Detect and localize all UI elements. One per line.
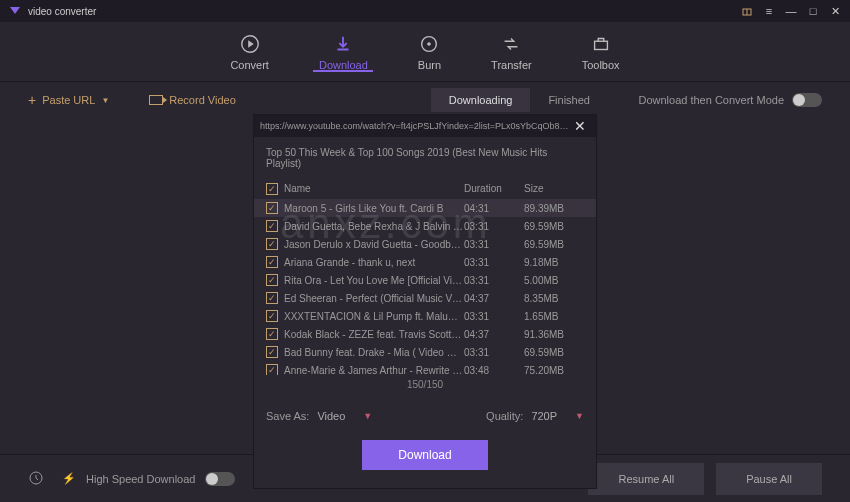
row-name: Anne-Marie & James Arthur - Rewrite The … [284,365,464,376]
row-size: 89.39MB [524,203,584,214]
save-as-value: Video [317,410,345,422]
list-item[interactable]: ✓ Ed Sheeran - Perfect (Official Music V… [254,289,596,307]
row-checkbox[interactable]: ✓ [266,328,278,340]
row-size: 69.59MB [524,239,584,250]
row-size: 75.20MB [524,365,584,376]
list-item[interactable]: ✓ Jason Derulo x David Guetta - Goodbye … [254,235,596,253]
quality-label: Quality: [486,410,523,422]
convert-icon [239,33,261,55]
row-name: Kodak Black - ZEZE feat. Travis Scott & … [284,329,464,340]
pause-all-button[interactable]: Pause All [716,463,822,495]
list-item[interactable]: ✓ Maroon 5 - Girls Like You ft. Cardi B … [254,199,596,217]
list-item[interactable]: ✓ Rita Ora - Let You Love Me [Official V… [254,271,596,289]
convert-mode-toggle[interactable] [792,93,822,107]
tab-finished[interactable]: Finished [530,88,608,112]
header-check[interactable]: ✓ [266,183,284,195]
row-checkbox[interactable]: ✓ [266,256,278,268]
hsd-toggle[interactable] [205,472,235,486]
clock-icon[interactable] [28,470,44,488]
paste-url-label: Paste URL [42,94,95,106]
row-duration: 04:31 [464,203,524,214]
row-duration: 03:48 [464,365,524,376]
list-body[interactable]: ✓ Maroon 5 - Girls Like You ft. Cardi B … [254,199,596,375]
playlist-title: Top 50 This Week & Top 100 Songs 2019 (B… [254,137,596,179]
camera-icon [149,95,163,105]
row-duration: 03:31 [464,347,524,358]
modal-close-button[interactable]: ✕ [570,118,590,134]
list-item[interactable]: ✓ Kodak Black - ZEZE feat. Travis Scott … [254,325,596,343]
row-checkbox[interactable]: ✓ [266,310,278,322]
nav-label: Download [319,59,368,71]
chevron-down-icon: ▼ [101,96,109,105]
nav-download[interactable]: Download [319,33,368,71]
row-size: 1.65MB [524,311,584,322]
resume-all-button[interactable]: Resume All [588,463,704,495]
record-video-button[interactable]: Record Video [149,94,235,106]
bolt-icon: ⚡ [62,472,76,485]
header-name: Name [284,183,464,195]
row-duration: 03:31 [464,221,524,232]
record-video-label: Record Video [169,94,235,106]
row-checkbox[interactable]: ✓ [266,220,278,232]
list-header: ✓ Name Duration Size [254,179,596,199]
action-bar: + Paste URL ▼ Record Video Downloading F… [0,82,850,118]
list-item[interactable]: ✓ Bad Bunny feat. Drake - Mia ( Video Of… [254,343,596,361]
titlebar: video converter ≡ — □ ✕ [0,0,850,22]
row-duration: 04:37 [464,293,524,304]
convert-mode-toggle-group: Download then Convert Mode [638,93,822,107]
row-name: XXXTENTACION & Lil Pump ft. Maluma & Swa… [284,311,464,322]
nav-transfer[interactable]: Transfer [491,33,532,71]
row-checkbox[interactable]: ✓ [266,274,278,286]
nav-convert[interactable]: Convert [230,33,269,71]
row-name: David Guetta, Bebe Rexha & J Balvin - Sa… [284,221,464,232]
row-checkbox[interactable]: ✓ [266,346,278,358]
save-as-dropdown[interactable]: Video ▼ [317,410,372,422]
maximize-icon[interactable]: □ [806,4,820,18]
download-modal: https://www.youtube.com/watch?v=ft4jcPSL… [253,114,597,489]
row-duration: 03:31 [464,275,524,286]
row-name: Ariana Grande - thank u, next [284,257,464,268]
svg-point-4 [428,42,432,46]
row-name: Ed Sheeran - Perfect (Official Music Vid… [284,293,464,304]
row-name: Jason Derulo x David Guetta - Goodbye (f… [284,239,464,250]
list-item[interactable]: ✓ David Guetta, Bebe Rexha & J Balvin - … [254,217,596,235]
row-duration: 03:31 [464,311,524,322]
download-button[interactable]: Download [362,440,487,470]
app-logo-icon [8,4,22,18]
close-icon[interactable]: ✕ [828,4,842,18]
status-tabs: Downloading Finished [431,88,608,112]
save-as-label: Save As: [266,410,309,422]
row-checkbox[interactable]: ✓ [266,364,278,375]
tab-downloading[interactable]: Downloading [431,88,531,112]
nav-toolbox[interactable]: Toolbox [582,33,620,71]
nav-label: Toolbox [582,59,620,71]
app-title: video converter [28,6,740,17]
high-speed-download-group: ⚡ High Speed Download [62,472,235,486]
chevron-down-icon: ▼ [363,411,372,421]
row-checkbox[interactable]: ✓ [266,292,278,304]
main-nav: Convert Download Burn Transfer Toolbox [0,22,850,82]
nav-label: Convert [230,59,269,71]
header-duration: Duration [464,183,524,195]
row-size: 91.36MB [524,329,584,340]
minimize-icon[interactable]: — [784,4,798,18]
row-size: 69.59MB [524,347,584,358]
menu-icon[interactable]: ≡ [762,4,776,18]
list-item[interactable]: ✓ Anne-Marie & James Arthur - Rewrite Th… [254,361,596,375]
nav-burn[interactable]: Burn [418,33,441,71]
row-checkbox[interactable]: ✓ [266,238,278,250]
row-name: Maroon 5 - Girls Like You ft. Cardi B [284,203,464,214]
hsd-label: High Speed Download [86,473,195,485]
list-item[interactable]: ✓ XXXTENTACION & Lil Pump ft. Maluma & S… [254,307,596,325]
gift-icon[interactable] [740,4,754,18]
toolbox-icon [590,33,612,55]
row-duration: 04:37 [464,329,524,340]
paste-url-button[interactable]: + Paste URL ▼ [28,92,109,108]
quality-dropdown[interactable]: 720P ▼ [531,410,584,422]
save-options-row: Save As: Video ▼ Quality: 720P ▼ [254,394,596,430]
row-checkbox[interactable]: ✓ [266,202,278,214]
row-size: 9.18MB [524,257,584,268]
plus-icon: + [28,92,36,108]
row-duration: 03:31 [464,239,524,250]
list-item[interactable]: ✓ Ariana Grande - thank u, next 03:31 9.… [254,253,596,271]
